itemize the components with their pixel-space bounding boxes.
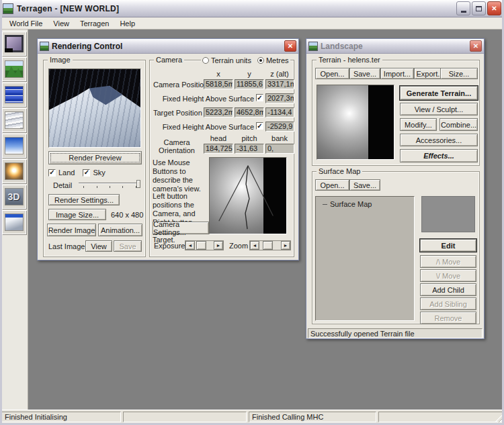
effects-button[interactable]: Effects... [400, 149, 478, 162]
camera-orientation-label: Camera Orientation [155, 138, 198, 154]
surface-save-button[interactable]: Save... [349, 179, 380, 191]
menu-terragen[interactable]: Terragen [75, 18, 114, 29]
modify-button[interactable]: Modify... [400, 118, 437, 131]
toolbar-atmosphere-button[interactable] [2, 134, 26, 158]
target-position-x-field[interactable]: 5223,2m [204, 107, 233, 117]
last-image-label: Last Image: [48, 242, 87, 250]
toolbar-water-button[interactable] [2, 83, 26, 107]
view-button[interactable]: View [85, 240, 112, 252]
toolbar-lighting-button[interactable] [2, 159, 26, 183]
exposure-scroll-thumb[interactable] [196, 241, 206, 250]
view-sculpt-button[interactable]: View / Sculpt... [400, 103, 478, 115]
rendering-control-titlebar[interactable]: Rendering Control ✕ [38, 39, 298, 54]
metres-radio[interactable] [257, 57, 264, 64]
main-titlebar[interactable]: Terragen - [NEW WORLD] ✕ [0, 0, 504, 17]
slider-track [79, 183, 140, 184]
orientation-pitch-field[interactable]: -31,63 [235, 144, 264, 154]
rendering-control-close-button[interactable]: ✕ [284, 40, 296, 52]
terrain-open-button[interactable]: Open... [315, 68, 349, 79]
minimize-button[interactable] [456, 1, 470, 15]
terrain-import-button[interactable]: Import... [380, 68, 414, 79]
scroll-right-icon[interactable]: ► [281, 241, 290, 250]
detail-label: Detail [53, 181, 72, 189]
surface-open-button[interactable]: Open... [315, 179, 349, 191]
fixed-height-camera-checkbox[interactable] [256, 94, 263, 101]
scroll-left-icon[interactable]: ◄ [250, 241, 259, 250]
move-up-button[interactable]: /\ Move [420, 255, 476, 268]
camera-position-y-field[interactable]: 11855,6 [235, 79, 264, 89]
close-icon: ✕ [491, 5, 497, 12]
terrain-size-button[interactable]: Size... [440, 68, 478, 79]
slider-thumb[interactable] [136, 180, 140, 188]
zoom-scrollbar[interactable]: ◄ ► [249, 240, 291, 250]
image-size-value: 640 x 480 [111, 211, 143, 219]
animation-button[interactable]: Animation... [98, 224, 142, 236]
fixed-height-camera-field[interactable]: 2027,3m [265, 93, 294, 103]
fixed-height-target-checkbox[interactable] [256, 122, 263, 130]
render-settings-button[interactable]: Render Settings... [48, 194, 120, 205]
surface-map-root-item[interactable]: Surface Map [323, 200, 372, 208]
remove-button[interactable]: Remove [420, 312, 476, 324]
terrain-save-button[interactable]: Save... [349, 68, 380, 79]
slider-tick [122, 186, 123, 188]
target-position-z-field[interactable]: -1134,4 [265, 107, 294, 117]
target-position-label: Target Position [153, 109, 202, 117]
orientation-head-field[interactable]: 184,725 [204, 144, 233, 154]
add-sibling-button[interactable]: Add Sibling [420, 297, 476, 310]
edit-button[interactable]: Edit [420, 239, 476, 252]
render-preview-button[interactable]: Render Preview [48, 151, 142, 164]
render-view-icon [5, 35, 24, 52]
tree-node-icon [323, 204, 327, 205]
accessories-button[interactable]: Accessories... [400, 134, 478, 146]
mouse-help-text-2: Left button positions the Camera, and Ri… [153, 192, 209, 244]
water-icon [5, 86, 24, 103]
close-button[interactable]: ✕ [487, 1, 501, 15]
land-checkbox[interactable] [48, 169, 56, 177]
save-button[interactable]: Save [114, 240, 142, 252]
menu-view[interactable]: View [48, 18, 75, 29]
camera-position-z-field[interactable]: 3317,1m [265, 79, 294, 89]
landscape-titlebar[interactable]: Landscape ✕ [306, 39, 484, 54]
target-position-y-field[interactable]: 4652,8m [235, 107, 264, 117]
toolbar-clouds-button[interactable] [2, 108, 26, 132]
close-icon: ✕ [288, 42, 293, 50]
image-size-button[interactable]: Image Size... [48, 209, 106, 220]
combine-button[interactable]: Combine... [439, 118, 478, 131]
terrain-heightmap-preview [317, 85, 394, 160]
move-down-button[interactable]: \/ Move [420, 269, 476, 282]
orientation-bank-field[interactable]: 0, [265, 144, 294, 154]
add-child-button[interactable]: Add Child [420, 283, 476, 296]
atmosphere-icon [5, 137, 24, 154]
toolbar-image-window-button[interactable] [2, 210, 26, 234]
sky-checkbox[interactable] [83, 169, 90, 177]
slider-tick [110, 186, 110, 188]
detail-slider[interactable] [79, 180, 140, 189]
zoom-scroll-thumb[interactable] [263, 241, 273, 250]
exposure-scrollbar[interactable]: ◄ ► [185, 240, 224, 250]
toolbar-render-view-button[interactable] [2, 32, 26, 56]
camera-topview-map[interactable] [209, 157, 287, 234]
generate-terrain-button[interactable]: Generate Terrain... [400, 86, 478, 100]
landscape-title: Landscape [321, 42, 363, 51]
scroll-right-icon[interactable]: ► [214, 241, 223, 250]
land-label: Land [58, 169, 75, 177]
maximize-icon [476, 6, 482, 11]
render-preview-image [48, 68, 141, 148]
camera-settings-button[interactable]: Camera Settings... [153, 222, 209, 234]
toolbar-3d-preview-button[interactable]: 3D [2, 185, 26, 209]
terragen-main-window: Terragen - [NEW WORLD] ✕ World File View… [0, 0, 504, 425]
menu-world-file[interactable]: World File [4, 18, 48, 29]
menu-help[interactable]: Help [114, 18, 140, 29]
camera-position-x-field[interactable]: 5818,5m [204, 79, 233, 89]
surface-map-tree[interactable]: Surface Map [315, 196, 415, 321]
scroll-left-icon[interactable]: ◄ [185, 241, 195, 250]
render-image-button[interactable]: Render Image [47, 224, 96, 236]
fixed-height-target-field[interactable]: -2529,9 [265, 122, 294, 132]
terrain-units-radio[interactable] [202, 57, 209, 64]
landscape-close-button[interactable]: ✕ [470, 40, 482, 52]
zoom-label: Zoom [229, 242, 248, 250]
3d-preview-icon: 3D [5, 188, 24, 205]
image-group-title: Image [48, 56, 73, 64]
toolbar-landscape-button[interactable] [2, 57, 26, 81]
maximize-button[interactable] [472, 1, 486, 15]
